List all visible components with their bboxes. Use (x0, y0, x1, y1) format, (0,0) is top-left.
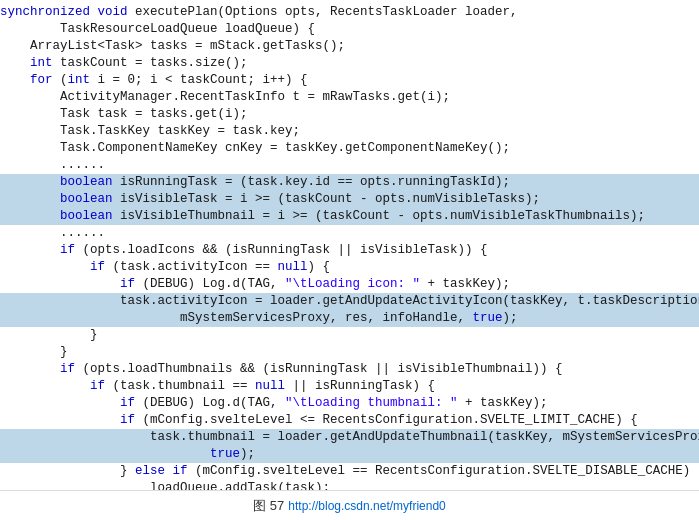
code-line-9: Task.ComponentNameKey cnKey = taskKey.ge… (0, 140, 699, 157)
code-line-4: int taskCount = tasks.size(); (0, 55, 699, 72)
code-container: synchronized void executePlan(Options op… (0, 0, 699, 490)
code-line-22: if (opts.loadThumbnails && (isRunningTas… (0, 361, 699, 378)
code-line-5: for (int i = 0; i < taskCount; i++) { (0, 72, 699, 89)
code-line-1: synchronized void executePlan(Options op… (0, 4, 699, 21)
code-line-23: if (task.thumbnail == null || isRunningT… (0, 378, 699, 395)
code-line-25: if (mConfig.svelteLevel <= RecentsConfig… (0, 412, 699, 429)
figure-label: 图 57 (253, 497, 284, 515)
code-line-15: if (opts.loadIcons && (isRunningTask || … (0, 242, 699, 259)
code-line-19: mSystemServicesProxy, res, infoHandle, t… (0, 310, 699, 327)
code-line-17: if (DEBUG) Log.d(TAG, "\tLoading icon: "… (0, 276, 699, 293)
code-line-6: ActivityManager.RecentTaskInfo t = mRawT… (0, 89, 699, 106)
code-line-21: } (0, 344, 699, 361)
figure-footer: 图 57 http://blog.csdn.net/myfriend0 (0, 490, 699, 520)
code-line-24: if (DEBUG) Log.d(TAG, "\tLoading thumbna… (0, 395, 699, 412)
figure-link[interactable]: http://blog.csdn.net/myfriend0 (288, 499, 445, 513)
code-line-28: } else if (mConfig.svelteLevel == Recent… (0, 463, 699, 480)
code-line-13: boolean isVisibleThumbnail = i >= (taskC… (0, 208, 699, 225)
code-line-2: TaskResourceLoadQueue loadQueue) { (0, 21, 699, 38)
code-line-16: if (task.activityIcon == null) { (0, 259, 699, 276)
code-line-10: ...... (0, 157, 699, 174)
code-line-3: ArrayList<Task> tasks = mStack.getTasks(… (0, 38, 699, 55)
code-line-27: true); (0, 446, 699, 463)
code-line-12: boolean isVisibleTask = i >= (taskCount … (0, 191, 699, 208)
code-line-8: Task.TaskKey taskKey = task.key; (0, 123, 699, 140)
code-line-11: boolean isRunningTask = (task.key.id == … (0, 174, 699, 191)
code-line-14: ...... (0, 225, 699, 242)
code-line-26: task.thumbnail = loader.getAndUpdateThum… (0, 429, 699, 446)
code-line-29: loadQueue.addTask(task); (0, 480, 699, 490)
code-line-20: } (0, 327, 699, 344)
code-line-7: Task task = tasks.get(i); (0, 106, 699, 123)
code-line-18: task.activityIcon = loader.getAndUpdateA… (0, 293, 699, 310)
